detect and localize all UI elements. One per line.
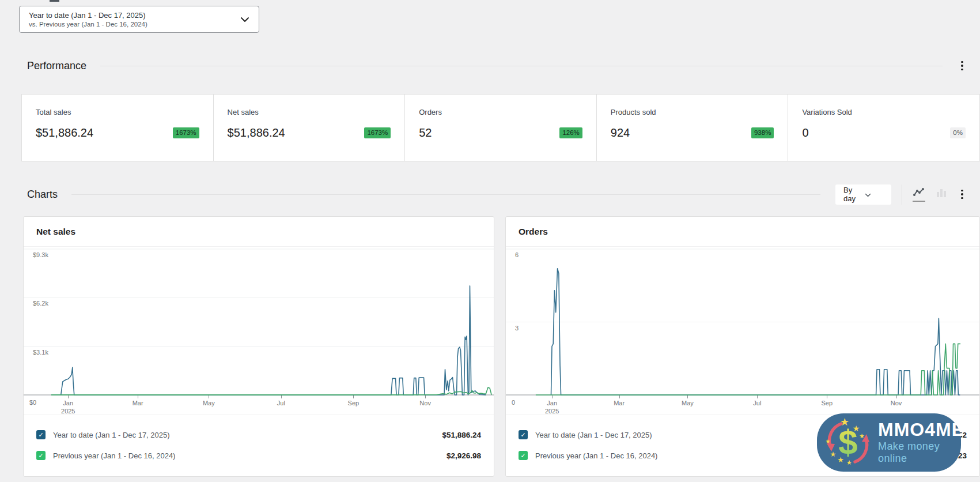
x-axis-tick [281, 396, 282, 398]
x-axis-tick-label: Sep [348, 399, 360, 407]
svg-text:★: ★ [859, 432, 865, 439]
line-chart-svg [24, 247, 494, 396]
y-zero-label: $0 [29, 399, 36, 406]
section-divider-line [100, 66, 943, 66]
net-sales-chart-card: Net sales $9.3k$6.2k$3.1k $0 Jan2025MarM… [23, 216, 494, 477]
date-range-text: Year to date (Jan 1 - Dec 17, 2025) vs. … [29, 11, 240, 28]
x-axis: 0 Jan2025MarMayJulSepNov [506, 396, 979, 415]
chart-title: Orders [506, 217, 979, 247]
performance-menu-kebab-icon[interactable] [958, 59, 967, 72]
legend-label: Previous year (Jan 1 - Dec 16, 2024) [53, 451, 175, 460]
net-sales-plot: $9.3k$6.2k$3.1k [24, 247, 494, 396]
metric-card-products-sold[interactable]: Products sold 924 938% [596, 95, 788, 161]
x-axis-tick-label: Jan2025 [545, 399, 559, 415]
x-axis-tick [619, 396, 620, 398]
checkbox-checked-icon[interactable]: ✓ [519, 451, 528, 460]
metric-change-badge: 1673% [173, 127, 199, 139]
x-axis-tick-label: May [682, 399, 694, 407]
interval-select-value: By day [843, 186, 865, 203]
legend-total: $2,926.98 [447, 451, 481, 460]
x-axis-tick [757, 396, 758, 398]
metric-value: $51,886.24 [36, 126, 93, 140]
chart-legend: ✓ Year to date (Jan 1 - Dec 17, 2025) $5… [24, 415, 494, 476]
charts-menu-kebab-icon[interactable] [958, 188, 967, 201]
date-range-comparison: vs. Previous year (Jan 1 - Dec 16, 2024) [29, 21, 240, 28]
performance-cards-row: Total sales $51,886.24 1673% Net sales $… [21, 94, 980, 161]
bar-chart-view-icon[interactable] [936, 188, 947, 201]
legend-label: Year to date (Jan 1 - Dec 17, 2025) [535, 431, 652, 439]
svg-text:★: ★ [840, 416, 849, 428]
x-axis-tick-label: Nov [419, 399, 431, 407]
metric-card-variations-sold[interactable]: Variations Sold 0 0% [788, 95, 979, 161]
x-axis-tick [896, 396, 897, 398]
x-axis-tick-label: May [203, 399, 215, 407]
svg-text:★: ★ [846, 459, 852, 466]
x-axis-tick-label: Jan2025 [61, 399, 75, 415]
checkbox-checked-icon[interactable]: ✓ [36, 451, 46, 460]
y-axis-tick-label: 3 [515, 325, 519, 332]
metric-card-orders[interactable]: Orders 52 126% [404, 95, 596, 161]
x-axis-tick [353, 396, 354, 398]
x-axis-tick-label: Jul [753, 399, 761, 407]
checkbox-checked-icon[interactable]: ✓ [519, 430, 528, 439]
x-axis-tick-label: Mar [133, 399, 143, 407]
toolbar-divider [902, 184, 902, 205]
metric-change-badge: 1673% [364, 127, 391, 139]
x-axis-tick [425, 396, 426, 398]
legend-total: $51,886.24 [442, 431, 481, 439]
legend-row-previous-period[interactable]: ✓ Previous year (Jan 1 - Dec 16, 2024) $… [36, 451, 481, 460]
metric-change-badge: 0% [950, 127, 966, 139]
x-axis-tick-label: Mar [614, 399, 625, 407]
charts-title: Charts [27, 189, 58, 201]
metric-value: 924 [611, 126, 630, 140]
metric-value: $51,886.24 [228, 126, 285, 140]
metric-value: 0 [802, 126, 808, 140]
watermark-subtitle: Make money online [878, 440, 964, 465]
x-axis: $0 Jan2025MarMayJulSepNov [24, 396, 494, 415]
legend-label: Year to date (Jan 1 - Dec 17, 2025) [53, 431, 170, 439]
metric-value: 52 [419, 126, 432, 140]
date-range-filter[interactable]: Year to date (Jan 1 - Dec 17, 2025) vs. … [19, 6, 259, 33]
performance-section-header: Performance [27, 58, 967, 74]
x-axis-tick-label: Sep [822, 399, 833, 407]
y-axis-tick-label: $6.2k [33, 300, 48, 307]
metric-label: Orders [419, 108, 582, 116]
checkbox-checked-icon[interactable]: ✓ [36, 430, 46, 439]
x-axis-tick [68, 396, 69, 398]
x-axis-tick-label: Nov [891, 399, 902, 407]
svg-text:★: ★ [826, 438, 831, 445]
metric-card-total-sales[interactable]: Total sales $51,886.24 1673% [22, 95, 213, 161]
metric-change-badge: 938% [751, 127, 774, 139]
performance-title: Performance [27, 60, 86, 72]
x-axis-tick [827, 396, 827, 398]
y-axis-tick-label: 6 [515, 251, 519, 258]
x-axis-tick [209, 396, 209, 398]
metric-label: Variations Sold [802, 108, 966, 116]
orders-plot: 63 [506, 247, 979, 396]
legend-row-current-period[interactable]: ✓ Year to date (Jan 1 - Dec 17, 2025) $5… [36, 430, 481, 439]
chart-title: Net sales [24, 217, 494, 247]
metric-card-net-sales[interactable]: Net sales $51,886.24 1673% [213, 95, 405, 161]
mmo4me-watermark: $ ★ ★ ★ ★ ★ ★ ★ MMO4ME Make money online [817, 413, 961, 472]
legend-label: Previous year (Jan 1 - Dec 16, 2024) [535, 451, 657, 460]
metric-label: Net sales [228, 108, 391, 116]
line-chart-view-icon[interactable] [913, 187, 925, 202]
y-axis-tick-label: $3.1k [33, 349, 48, 356]
svg-text:★: ★ [837, 455, 844, 464]
date-range-current: Year to date (Jan 1 - Dec 17, 2025) [29, 11, 240, 20]
charts-section-header: Charts By day [27, 183, 967, 206]
metric-label: Products sold [611, 108, 774, 116]
y-zero-label: 0 [512, 399, 515, 406]
x-axis-tick [552, 396, 553, 398]
chevron-down-icon [240, 14, 249, 25]
watermark-title: MMO4ME [878, 420, 964, 439]
svg-text:★: ★ [853, 424, 860, 433]
interval-select[interactable]: By day [835, 184, 891, 205]
section-divider-line [71, 194, 820, 195]
metric-change-badge: 126% [559, 127, 582, 139]
chevron-down-icon [865, 190, 886, 199]
cropped-element-artifact [50, 0, 59, 2]
x-axis-tick-label: Jul [277, 399, 285, 407]
x-axis-tick [138, 396, 138, 398]
watermark-text: MMO4ME Make money online [878, 420, 964, 465]
